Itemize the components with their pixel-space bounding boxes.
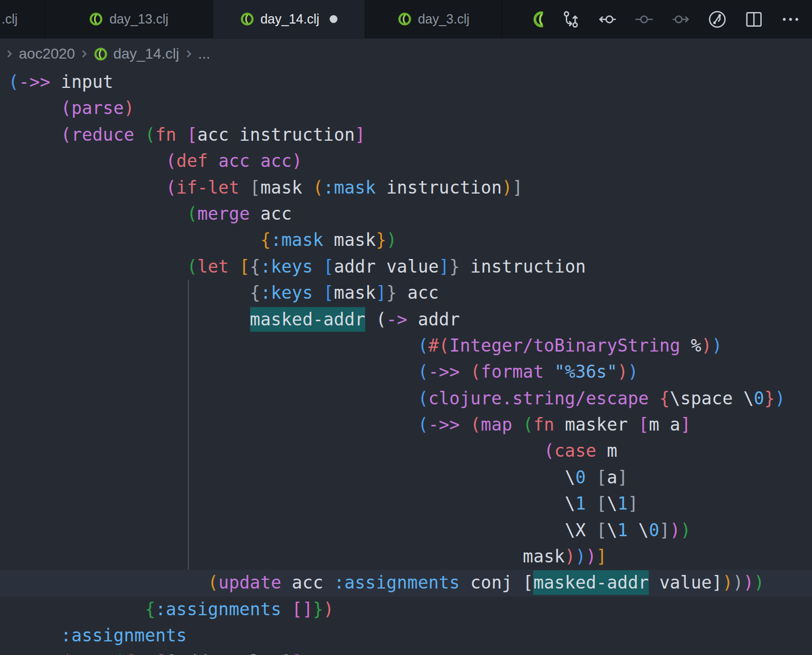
code-token: ) <box>628 362 638 382</box>
code-token: { <box>659 388 670 409</box>
code-token: [ <box>596 520 607 540</box>
modified-dot-icon[interactable] <box>330 15 337 23</box>
code-token: mask <box>523 546 565 567</box>
occurrence-highlight: masked-addr <box>250 307 366 332</box>
code-line[interactable]: (if-let [mask (:mask instruction)] <box>0 175 812 201</box>
circle-arrow-right-icon-button[interactable] <box>662 3 699 36</box>
code-token: -> <box>386 309 407 330</box>
compare-arrows-icon-button[interactable] <box>552 3 589 36</box>
code-token: ) <box>712 335 723 356</box>
code-line[interactable]: \X [\1 \0])) <box>0 517 812 544</box>
tab-day3[interactable]: day_3.clj <box>365 0 502 38</box>
code-line[interactable]: {:assignments []}) <box>0 596 812 623</box>
code-line[interactable]: (case m <box>0 438 812 464</box>
code-line[interactable]: (let [{:keys [addr value]} instruction <box>0 254 812 280</box>
code-token: \ <box>607 520 617 540</box>
code-token: ] <box>512 177 523 198</box>
more-actions-icon-button[interactable] <box>772 3 809 36</box>
more-actions-icon <box>780 8 802 30</box>
code-token: acc <box>281 572 334 593</box>
code-token: [ <box>187 125 197 145</box>
code-token <box>229 256 239 277</box>
code-token: ) <box>323 599 334 619</box>
tab-list: .clj day_13.clj day_14.clj day_3.clj <box>0 0 502 38</box>
code-line[interactable]: (reduce (fn [acc instruction] <box>0 122 812 148</box>
breadcrumb-file[interactable]: day_14.clj <box>113 46 179 62</box>
circle-dash-icon-button[interactable] <box>626 3 662 36</box>
code-token <box>460 362 470 382</box>
code-token: \space <box>670 388 732 409</box>
code-line[interactable]: (->> (map (fn masker [m a] <box>0 412 812 438</box>
code-token: ] <box>628 493 638 514</box>
code-line[interactable]: masked-addr (-> addr <box>0 307 812 333</box>
clojure-icon <box>89 12 103 26</box>
code-token: [ <box>596 493 607 514</box>
code-line[interactable]: {:mask mask}) <box>0 227 812 253</box>
code-line[interactable]: (#(Integer/toBinaryString %)) <box>0 333 812 359</box>
arrow-left-circle-icon <box>596 8 618 30</box>
circle-arrow-right-icon <box>670 8 692 30</box>
code-line[interactable]: \1 [\1] <box>0 491 812 517</box>
code-token: ] <box>292 652 302 655</box>
code-token: :assignments <box>155 599 281 619</box>
code-token: ) <box>386 230 397 250</box>
code-token: :keys <box>261 283 313 303</box>
breadcrumb-folder[interactable]: aoc2020 <box>19 46 75 62</box>
code-token: 1 <box>576 493 586 514</box>
clojure-icon <box>94 47 108 61</box>
code-token: addr value <box>334 256 439 277</box>
code-line[interactable]: (def acc acc) <box>0 148 812 174</box>
code-token <box>208 151 218 171</box>
split-editor-icon-button[interactable] <box>736 3 772 36</box>
tab-label: day_14.clj <box>261 12 320 27</box>
code-token: 0 <box>576 467 586 488</box>
code-token: 0 <box>649 520 659 540</box>
code-token: reduce <box>71 125 134 145</box>
code-token: ->> <box>19 72 50 92</box>
code-token: clojure.string/escape <box>428 388 649 409</box>
code-line[interactable]: (clojure.string/escape {\space \0}) <box>0 386 812 412</box>
code-line[interactable]: mask)))] <box>0 544 812 570</box>
code-token: 0 <box>754 388 764 409</box>
code-token: } <box>387 283 397 303</box>
code-line[interactable]: :assignments <box>0 623 812 649</box>
code-token: ( <box>187 204 197 224</box>
code-line[interactable]: (->> (format "%36s")) <box>0 359 812 385</box>
code-token: ( <box>418 335 428 356</box>
code-line[interactable]: (update acc :assignments conj [masked-ad… <box>0 570 812 596</box>
code-token: fn <box>124 652 145 655</box>
code-line[interactable]: (merge acc <box>0 201 812 227</box>
code-token: a <box>607 467 617 488</box>
code-token: acc acc <box>218 151 291 171</box>
breadcrumb-symbol[interactable]: ... <box>198 46 210 62</box>
run-circle-icon-button[interactable] <box>699 3 736 36</box>
chevron-right-icon <box>80 48 88 60</box>
code-line[interactable]: (->> input <box>0 69 812 95</box>
arrow-left-circle-icon-button[interactable] <box>589 3 626 36</box>
code-line[interactable]: {:keys [mask]} acc <box>0 280 812 306</box>
code-editor[interactable]: (->> input (parse) (reduce (fn [acc inst… <box>0 69 812 655</box>
code-token: m a <box>649 414 680 435</box>
code-token: ) <box>586 546 596 567</box>
code-line[interactable]: (parse) <box>0 95 812 121</box>
tab-day14[interactable]: day_14.clj <box>213 0 365 38</box>
code-token: ->> <box>428 414 460 435</box>
clojure-icon <box>240 12 254 26</box>
code-token: ) <box>124 98 134 118</box>
chevron-right-icon <box>5 48 14 60</box>
code-token: [ <box>155 652 166 655</box>
code-token: instruction <box>460 256 586 277</box>
code-token: ( <box>544 441 554 461</box>
circle-dash-icon <box>633 8 655 30</box>
code-token: ) <box>775 388 785 409</box>
code-token: % <box>680 335 701 356</box>
code-line[interactable]: \0 [a] <box>0 465 812 491</box>
code-token: ( <box>313 177 323 198</box>
tab-day13[interactable]: day_13.clj <box>45 0 213 38</box>
tab-stub[interactable]: .clj <box>0 0 45 38</box>
code-line[interactable]: (map (fn [[addr value]] <box>0 649 812 655</box>
code-token: ) <box>502 177 512 198</box>
code-token: :assignments <box>334 572 460 593</box>
code-token: def <box>176 151 208 171</box>
code-token <box>134 125 145 145</box>
